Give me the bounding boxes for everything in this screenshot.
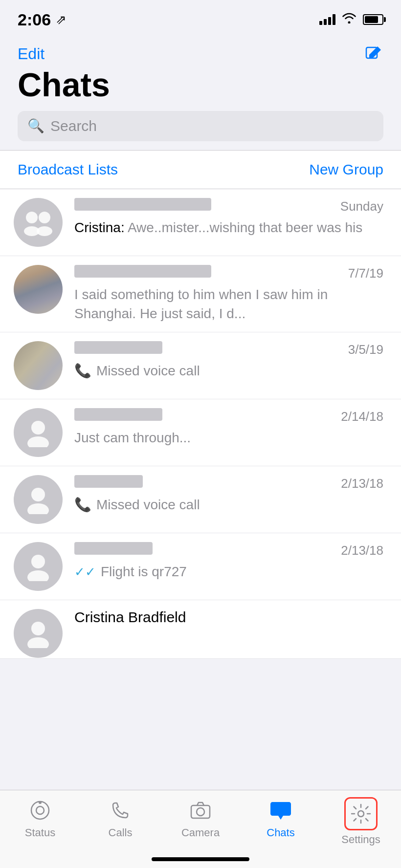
status-icons (319, 13, 383, 26)
tab-camera[interactable]: Camera (160, 797, 241, 839)
tab-settings[interactable]: Settings (321, 797, 401, 846)
chat-content: 7/7/19 I said something to him when I sa… (74, 265, 383, 323)
settings-highlight (344, 797, 378, 830)
missed-call-icon: 📞 (74, 361, 91, 380)
avatar (14, 475, 63, 524)
chat-item[interactable]: 2/13/18 📞 Missed voice call (0, 466, 401, 533)
avatar (14, 198, 63, 247)
search-icon: 🔍 (27, 118, 45, 134)
blue-check-icon: ✓✓ (74, 563, 96, 581)
chat-name (74, 542, 153, 555)
chat-preview: ✓✓ Flight is qr727 (74, 562, 383, 581)
chat-time: 3/5/19 (348, 342, 383, 357)
svg-point-10 (27, 570, 49, 581)
svg-point-7 (31, 488, 45, 501)
calls-tab-label: Calls (109, 826, 133, 839)
svg-point-8 (27, 503, 49, 514)
search-placeholder: Search (50, 118, 97, 134)
chat-preview: 📞 Missed voice call (74, 361, 383, 380)
tab-bar: Status Calls Camera Chats (0, 790, 401, 868)
camera-tab-label: Camera (181, 826, 220, 839)
svg-point-6 (27, 436, 49, 447)
action-row: Broadcast Lists New Group (0, 151, 401, 189)
chat-time: 7/7/19 (348, 266, 383, 281)
svg-point-5 (31, 421, 45, 434)
avatar (14, 542, 63, 591)
svg-point-14 (36, 806, 44, 814)
missed-call-icon-2: 📞 (74, 495, 91, 514)
chat-content: 3/5/19 📞 Missed voice call (74, 341, 383, 380)
avatar (14, 609, 63, 658)
avatar (14, 408, 63, 457)
camera-tab-icon (187, 797, 214, 824)
chat-time: 2/14/18 (341, 409, 383, 424)
avatar (14, 341, 63, 390)
svg-point-15 (39, 801, 42, 804)
chat-name (74, 198, 211, 211)
svg-point-2 (39, 212, 50, 223)
chat-content: Sunday Cristina: Awe..mister...wishing t… (74, 198, 383, 237)
svg-point-9 (31, 555, 45, 568)
chat-preview: Just cam through... (74, 428, 383, 447)
battery-icon (363, 14, 383, 25)
settings-tab-label: Settings (341, 833, 380, 846)
signal-icon (319, 14, 335, 25)
svg-point-1 (26, 212, 38, 223)
chat-item[interactable]: Sunday Cristina: Awe..mister...wishing t… (0, 189, 401, 256)
chat-time: Sunday (340, 199, 383, 214)
chat-name (74, 475, 143, 488)
chat-preview: 📞 Missed voice call (74, 495, 383, 514)
chat-content: 2/13/18 📞 Missed voice call (74, 475, 383, 514)
chats-tab-label: Chats (267, 826, 294, 839)
chat-item[interactable]: 7/7/19 I said something to him when I sa… (0, 256, 401, 332)
chat-list: Sunday Cristina: Awe..mister...wishing t… (0, 189, 401, 659)
edit-button[interactable]: Edit (18, 45, 45, 63)
location-icon: ⇗ (56, 12, 67, 27)
header: Edit (0, 39, 401, 64)
chat-preview: I said something to him when I saw him i… (74, 285, 383, 323)
tab-status[interactable]: Status (0, 797, 80, 839)
chat-content: 2/14/18 Just cam through... (74, 408, 383, 447)
page-title: Chats (18, 66, 383, 103)
search-bar[interactable]: 🔍 Search (18, 111, 383, 141)
settings-tab-icon (348, 801, 374, 827)
page-title-container: Chats (0, 64, 401, 111)
svg-point-13 (31, 802, 49, 819)
calls-tab-icon (107, 797, 134, 824)
avatar (14, 265, 63, 314)
status-bar: 2:06 ⇗ (0, 0, 401, 39)
chat-name (74, 408, 162, 421)
chat-time: 2/13/18 (341, 476, 383, 491)
wifi-icon (342, 13, 356, 26)
chat-content: 2/13/18 ✓✓ Flight is qr727 (74, 542, 383, 581)
status-tab-label: Status (25, 826, 55, 839)
chat-name (74, 341, 162, 354)
svg-point-18 (358, 811, 364, 817)
chat-name: Cristina Bradfield (74, 609, 186, 626)
chat-content: Cristina Bradfield (74, 609, 383, 629)
broadcast-lists-button[interactable]: Broadcast Lists (18, 161, 118, 178)
chat-item[interactable]: 3/5/19 📞 Missed voice call (0, 332, 401, 399)
chat-item[interactable]: 2/13/18 ✓✓ Flight is qr727 (0, 533, 401, 600)
home-indicator (152, 857, 249, 861)
chats-tab-icon (267, 797, 294, 824)
new-group-button[interactable]: New Group (309, 161, 383, 178)
svg-point-17 (197, 808, 204, 816)
chat-time: 2/13/18 (341, 543, 383, 558)
tab-chats[interactable]: Chats (241, 797, 321, 839)
svg-point-11 (31, 622, 45, 635)
svg-point-12 (27, 637, 49, 648)
compose-button[interactable] (364, 44, 383, 64)
chat-item[interactable]: 2/14/18 Just cam through... (0, 399, 401, 466)
chat-item[interactable]: Cristina Bradfield (0, 600, 401, 659)
svg-point-4 (37, 226, 52, 236)
status-time: 2:06 ⇗ (18, 10, 67, 29)
chat-name (74, 265, 211, 278)
chat-preview: Cristina: Awe..mister...wishing that bee… (74, 218, 383, 237)
status-tab-icon (27, 797, 53, 824)
tab-calls[interactable]: Calls (80, 797, 160, 839)
search-container: 🔍 Search (0, 111, 401, 150)
